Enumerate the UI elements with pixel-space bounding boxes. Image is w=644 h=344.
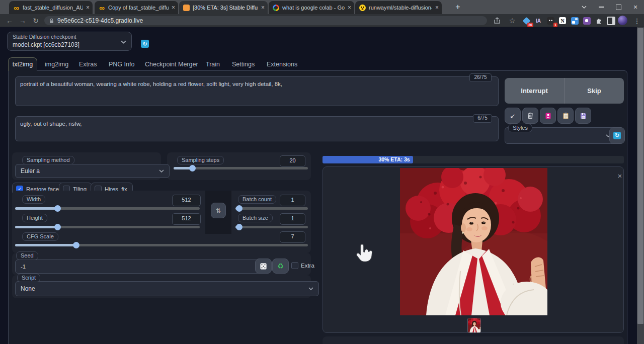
tab-extras[interactable]: Extras (79, 61, 97, 68)
extension-6-icon[interactable] (582, 16, 592, 26)
swap-width-height-button[interactable]: ⇅ (211, 203, 226, 218)
tab-close-icon[interactable]: × (172, 5, 175, 11)
slider-thumb[interactable] (236, 205, 243, 212)
bookmark-star-icon[interactable]: ☆ (507, 16, 517, 26)
extension-5-icon[interactable] (570, 16, 580, 26)
slider-thumb[interactable] (73, 242, 79, 248)
batch-count-value[interactable]: 1 (280, 195, 305, 206)
height-slider[interactable] (15, 226, 200, 228)
sampling-steps-slider[interactable] (174, 167, 308, 169)
seed-value: -1 (21, 264, 257, 270)
extension-notion-icon[interactable]: N (557, 16, 568, 26)
tab-img2img[interactable]: img2img (45, 61, 68, 68)
tab-title: fast_stable_diffusion_AUTOMA (23, 5, 83, 11)
tab-checkpoint-merger[interactable]: Checkpoint Merger (145, 61, 198, 68)
show-extra-networks-button[interactable] (540, 108, 556, 124)
reuse-seed-button[interactable]: ♻ (272, 259, 289, 274)
window-close-button[interactable]: × (627, 0, 644, 14)
browser-menu-icon[interactable]: ⋮ (632, 16, 642, 26)
styles-refresh-button[interactable]: ↻ (609, 127, 625, 144)
window-minimize-button[interactable] (593, 0, 610, 14)
seed-extra-label: Extra (301, 263, 314, 269)
width-slider[interactable] (15, 207, 200, 210)
batch-count-slider[interactable] (235, 207, 308, 210)
browser-tab-5[interactable]: runwayml/stable-diffusion-v1 × (355, 1, 442, 14)
height-value[interactable]: 512 (172, 213, 201, 225)
apply-style-button[interactable] (557, 108, 574, 124)
interrupt-button[interactable]: Interrupt (505, 78, 565, 104)
sampling-method-dropdown[interactable]: Euler a (15, 164, 170, 178)
lock-icon (49, 18, 54, 24)
checkpoint-dropdown[interactable]: Stable Diffusion checkpoint model.ckpt [… (7, 32, 132, 51)
browser-tab-2[interactable]: ∞ Copy of fast_stable_diffusion × (95, 1, 178, 14)
window-maximize-button[interactable] (610, 0, 627, 14)
url-text: 9e5e6cc2-c519-4dc5.gradio.live (57, 16, 143, 25)
seed-input[interactable]: -1 (15, 260, 263, 274)
batch-size-slider[interactable] (235, 226, 308, 228)
address-bar[interactable]: 9e5e6cc2-c519-4dc5.gradio.live (44, 16, 487, 25)
script-dropdown[interactable]: None (15, 281, 319, 296)
avatar[interactable] (618, 16, 627, 25)
checkbox-icon[interactable] (291, 262, 298, 269)
browser-tab-1[interactable]: ∞ fast_stable_diffusion_AUTOMA × (9, 1, 93, 14)
tab-close-icon[interactable]: × (435, 5, 439, 11)
clipboard-icon (563, 113, 569, 119)
tab-title: runwayml/stable-diffusion-v1 (369, 5, 432, 11)
refresh-icon: ↻ (613, 132, 621, 139)
extension-3-icon[interactable]: 1 (545, 16, 555, 26)
sidebar-toggle-icon[interactable] (606, 16, 616, 26)
extension-1-icon[interactable]: 20 (521, 16, 531, 26)
random-seed-button[interactable] (255, 259, 272, 274)
reload-icon[interactable]: ↻ (29, 14, 42, 27)
dice-icon (260, 263, 267, 270)
interrupt-skip-group: Interrupt Skip (505, 78, 624, 104)
script-value: None (21, 285, 308, 292)
clear-prompt-button[interactable] (522, 108, 538, 124)
browser-tab-3-active[interactable]: [30% ETA: 3s] Stable Diffusion × (179, 1, 268, 14)
batch-size-value[interactable]: 1 (280, 213, 305, 225)
chevron-down-icon (159, 169, 164, 173)
seed-extra-checkbox[interactable]: Extra (291, 262, 314, 269)
width-value[interactable]: 512 (172, 195, 201, 206)
tab-settings[interactable]: Settings (232, 61, 255, 68)
tab-search-icon[interactable] (576, 0, 593, 14)
forward-icon[interactable]: → (16, 14, 29, 27)
tab-close-icon[interactable]: × (261, 5, 265, 11)
slider-thumb[interactable] (54, 205, 61, 212)
prompt-input[interactable]: portrait of a beautiful woman, wearing a… (15, 76, 499, 106)
styles-label: Styles (508, 124, 532, 132)
share-icon[interactable] (492, 16, 502, 26)
tab-close-icon[interactable]: × (348, 5, 351, 11)
negative-prompt-input[interactable]: ugly, out of shape, nsfw, (15, 116, 499, 141)
new-tab-button[interactable]: + (451, 0, 465, 14)
tab-close-icon[interactable]: × (86, 5, 90, 11)
tab-png-info[interactable]: PNG Info (109, 61, 134, 68)
slider-thumb[interactable] (236, 224, 243, 230)
extension-2-icon[interactable]: IA (533, 16, 543, 26)
generated-image-preview[interactable] (400, 168, 547, 315)
save-style-button[interactable] (575, 108, 591, 124)
gallery-close-icon[interactable]: × (614, 170, 625, 182)
cfg-scale-value[interactable]: 7 (280, 231, 305, 243)
floppy-disk-icon (580, 113, 587, 119)
extensions-puzzle-icon[interactable] (594, 16, 604, 26)
slider-thumb[interactable] (189, 165, 196, 171)
slider-thumb[interactable] (54, 224, 61, 230)
browser-tab-4[interactable]: what is google colab - Googl × (269, 1, 354, 14)
colab-icon: ∞ (13, 5, 20, 11)
paste-generation-params-button[interactable]: ↙ (505, 108, 521, 124)
scrollbar-thumb[interactable] (637, 28, 643, 324)
sampling-steps-value[interactable]: 20 (280, 155, 305, 167)
tab-train[interactable]: Train (206, 61, 220, 68)
tab-txt2img[interactable]: txt2img (8, 57, 37, 71)
screen: ∞ fast_stable_diffusion_AUTOMA × ∞ Copy … (0, 0, 644, 344)
skip-button[interactable]: Skip (565, 78, 624, 104)
cfg-scale-slider[interactable] (15, 244, 308, 246)
gallery-thumbnail[interactable] (467, 318, 481, 333)
sampling-method-label: Sampling method (22, 156, 74, 164)
script-label: Script (17, 274, 40, 282)
back-icon[interactable]: ← (3, 14, 16, 27)
tab-extensions[interactable]: Extensions (267, 61, 297, 68)
page-scrollbar[interactable] (637, 27, 644, 344)
checkpoint-refresh-button[interactable]: ↻ (141, 40, 149, 48)
